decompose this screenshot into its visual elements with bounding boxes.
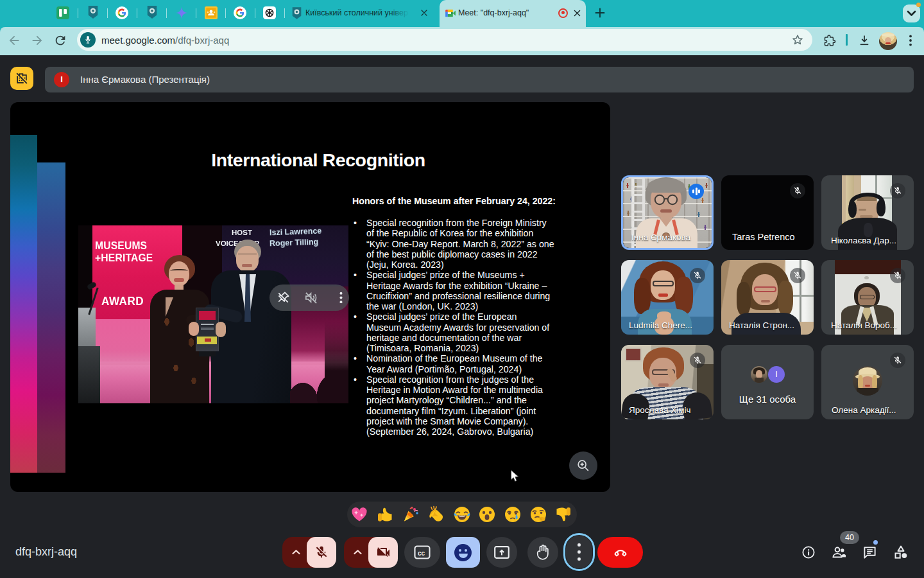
svg-text:cc: cc: [418, 550, 425, 557]
